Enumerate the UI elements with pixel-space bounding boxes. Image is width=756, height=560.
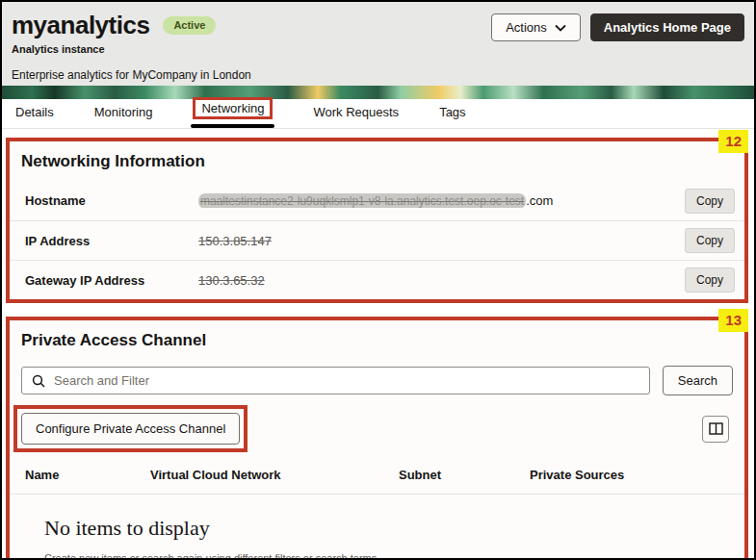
copy-ip-address-button[interactable]: Copy [685,228,735,253]
tab-work-requests-label: Work Requests [313,105,399,119]
tab-work-requests[interactable]: Work Requests [313,105,399,128]
empty-state: No items to display Create new items or … [10,495,744,560]
copy-gateway-ip-button[interactable]: Copy [685,267,735,293]
actions-button-label: Actions [506,21,547,34]
page-title: myanalytics [12,11,149,40]
ip-address-value: 150.3.85.147 [198,234,685,248]
copy-hostname-button[interactable]: Copy [685,189,735,214]
tab-tags-label: Tags [439,105,465,119]
instance-type-label: Analytics instance [12,43,251,55]
chevron-down-icon [555,24,566,32]
annotation-step-badge-12: 12 [718,130,748,153]
tab-networking-label: Networking [193,97,273,119]
instance-description: Enterprise analytics for MyCompany in Lo… [12,68,251,82]
table-header-row: Name Virtual Cloud Network Subnet Privat… [10,454,744,495]
configure-button-highlight: Configure Private Access Channel [13,405,248,452]
tab-monitoring-label: Monitoring [94,105,153,119]
column-header-private-sources[interactable]: Private Sources [530,468,733,482]
header-left: myanalytics Active Analytics instance En… [12,11,251,82]
hostname-suffix-text: .com [526,193,553,208]
tab-bar: Details Monitoring Networking Work Reque… [2,99,754,129]
actions-button[interactable]: Actions [491,13,581,41]
annotation-step-badge-13: 13 [718,309,748,332]
analytics-instance-page: myanalytics Active Analytics instance En… [0,0,756,560]
gateway-ip-label: Gateway IP Address [25,273,198,288]
search-input[interactable] [54,373,639,388]
gateway-ip-value: 130.3.65.32 [198,273,685,288]
empty-state-subtitle: Create new items or search again using d… [44,552,744,560]
hostname-value: maaltestinstance2-lu9uqklsmlp1-v8-la.ana… [198,193,685,208]
hostname-row: Hostname maaltestinstance2-lu9uqklsmlp1-… [10,181,744,220]
empty-state-title: No items to display [44,516,744,541]
gateway-ip-row: Gateway IP Address 130.3.65.32 Copy [10,260,744,299]
decorative-banner [2,86,754,99]
columns-icon [709,422,723,435]
tab-details-label: Details [15,105,54,119]
search-icon [32,374,45,388]
table-actions-row: Configure Private Access Channel [10,395,744,454]
private-access-channel-section: 13 Private Access Channel Search Configu… [6,317,748,560]
ip-address-row: IP Address 150.3.85.147 Copy [10,220,744,260]
tab-networking[interactable]: Networking [193,97,273,128]
column-header-virtual-cloud-network[interactable]: Virtual Cloud Network [150,468,399,482]
status-badge: Active [163,16,216,35]
tab-tags[interactable]: Tags [439,105,465,128]
header-actions: Actions Analytics Home Page [491,13,744,41]
column-manager-button[interactable] [702,416,729,443]
search-row: Search [10,360,744,395]
search-box [21,367,650,395]
tab-details[interactable]: Details [15,105,54,128]
page-header: myanalytics Active Analytics instance En… [2,2,754,86]
hostname-label: Hostname [25,193,198,208]
hostname-redacted-text: maaltestinstance2-lu9uqklsmlp1-v8-la.ana… [198,193,526,208]
ip-address-label: IP Address [25,234,198,248]
networking-information-title: Networking Information [10,141,744,181]
tab-monitoring[interactable]: Monitoring [94,105,153,128]
search-button[interactable]: Search [663,366,733,395]
analytics-home-page-button[interactable]: Analytics Home Page [590,13,744,41]
configure-private-access-channel-button[interactable]: Configure Private Access Channel [21,413,240,445]
networking-information-section: 12 Networking Information Hostname maalt… [6,138,748,303]
column-header-subnet[interactable]: Subnet [399,468,530,482]
column-header-name[interactable]: Name [25,468,150,482]
private-access-channel-title: Private Access Channel [10,320,744,360]
